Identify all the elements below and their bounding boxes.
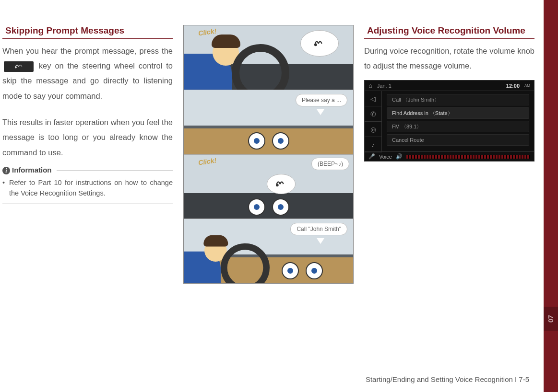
paragraph-volume: During voice recognition, rotate the vol… bbox=[364, 44, 534, 74]
car-eyes-4 bbox=[282, 262, 323, 279]
information-rule: iInformation bbox=[2, 171, 173, 171]
svg-point-2 bbox=[276, 184, 278, 186]
mic-waves-icon bbox=[313, 37, 326, 50]
speech-bubble-2: Please say a ... bbox=[296, 94, 347, 106]
section-heading-volume: Adjusting Voice Recognition Volume bbox=[364, 25, 534, 39]
svg-point-1 bbox=[315, 44, 317, 46]
screen-row-0: Call 〈John Smith〉 bbox=[387, 94, 529, 105]
para1-part-a: When you hear the prompt message, press … bbox=[2, 46, 173, 55]
comic-panel-2: Please say a ... bbox=[184, 90, 353, 155]
content-columns: Skipping Prompt Messages When you hear t… bbox=[2, 25, 535, 284]
information-bullet: Refer to Part 10 for instructions on how… bbox=[2, 178, 173, 199]
nav-icon: ◎ bbox=[365, 122, 382, 137]
mic-bubble-1 bbox=[300, 30, 339, 57]
information-label: iInformation bbox=[2, 166, 57, 174]
information-label-text: Information bbox=[12, 166, 52, 174]
home-icon: ⌂ bbox=[368, 82, 372, 89]
volume-level-bar bbox=[406, 155, 530, 159]
chapter-side-tab: 07 bbox=[544, 0, 558, 392]
car-eyes-2 bbox=[248, 132, 289, 150]
info-icon: i bbox=[2, 167, 10, 174]
screen-body: ◁ ✆ ◎ ♪ Call 〈John Smith〉 Find Address i… bbox=[365, 91, 534, 152]
screen-ampm: AM bbox=[524, 83, 530, 88]
driver-1 bbox=[184, 39, 265, 90]
comic-panel-4: Call "John Smith" bbox=[184, 219, 353, 283]
speech-tail-2 bbox=[317, 109, 324, 115]
comic-panel-1: Click! bbox=[184, 25, 353, 90]
car-eyes-3 bbox=[248, 198, 289, 216]
screen-volume-bar: 🎤 Voice 🔊 bbox=[365, 151, 534, 161]
driver-4 bbox=[184, 239, 249, 283]
speech-tail-4 bbox=[317, 238, 324, 244]
speech-bubble-4: Call "John Smith" bbox=[290, 223, 347, 235]
column-left: Skipping Prompt Messages When you hear t… bbox=[2, 25, 173, 284]
speech-bubble-3: (BEEP~♪) bbox=[311, 158, 349, 170]
information-end-rule bbox=[2, 204, 173, 204]
section-heading-skipping: Skipping Prompt Messages bbox=[2, 25, 173, 39]
comic-panel-3: Click! (BEEP~♪) bbox=[184, 155, 353, 219]
page-footer: Starting/Ending and Setting Voice Recogn… bbox=[366, 375, 529, 383]
screen-row-2: FM 〈89.1〉 bbox=[387, 121, 529, 132]
speaker-icon: 🔊 bbox=[396, 153, 403, 160]
screen-sidebar: ◁ ✆ ◎ ♪ bbox=[365, 91, 382, 152]
screen-time: 12:00 bbox=[506, 83, 520, 89]
column-middle: Click! Please say a ... bbox=[183, 25, 354, 284]
screen-date: Jan. 1 bbox=[377, 83, 392, 89]
column-right: Adjusting Voice Recognition Volume Durin… bbox=[364, 25, 534, 284]
screen-command-list: Call 〈John Smith〉 Find Address in 〈State… bbox=[382, 91, 534, 152]
svg-point-0 bbox=[15, 67, 16, 68]
voice-label: Voice bbox=[379, 154, 392, 160]
paragraph-skip-2: This results in faster operation when yo… bbox=[2, 115, 173, 160]
comic-strip: Click! Please say a ... bbox=[183, 25, 354, 284]
mic-small-icon: 🎤 bbox=[368, 153, 375, 160]
phone-icon: ✆ bbox=[365, 106, 382, 122]
chapter-number: 07 bbox=[544, 307, 558, 331]
music-icon: ♪ bbox=[365, 137, 382, 152]
voice-key-icon bbox=[4, 61, 34, 72]
screen-row-3: Cancel Route bbox=[387, 134, 529, 146]
screen-status-bar: ⌂ Jan. 1 12:00 AM bbox=[365, 81, 534, 91]
screen-row-1: Find Address in 〈State〉 bbox=[387, 107, 529, 119]
infotainment-screenshot: ⌂ Jan. 1 12:00 AM ◁ ✆ ◎ ♪ Call 〈John Smi… bbox=[364, 80, 534, 161]
mic-waves-icon bbox=[274, 177, 288, 191]
mic-bubble-3 bbox=[267, 174, 296, 194]
back-icon: ◁ bbox=[365, 91, 382, 106]
paragraph-skip-1: When you hear the prompt message, press … bbox=[2, 44, 173, 104]
page: 07 Skipping Prompt Messages When you hea… bbox=[0, 0, 558, 392]
